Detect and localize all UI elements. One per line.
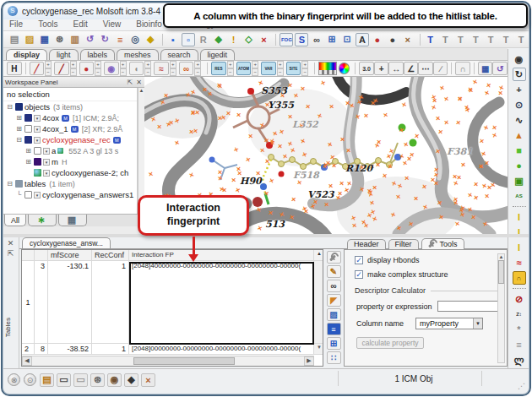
workspace-toggle-icon[interactable]: ▤: [40, 373, 54, 387]
interaction-fp-header[interactable]: Interaction FP: [129, 250, 314, 260]
pillar-icon[interactable]: T: [453, 33, 467, 46]
expand-icon[interactable]: ⊞: [24, 158, 32, 166]
wrench-icon[interactable]: [327, 251, 341, 264]
display-hbonds-row[interactable]: ✓ display Hbonds: [355, 256, 507, 264]
tree-item-tables[interactable]: ⊟tables(1 item): [3, 178, 137, 189]
grab-icon[interactable]: ლ: [513, 353, 526, 367]
checkbox-checked-icon[interactable]: ✓: [355, 256, 363, 264]
scroll-left-icon[interactable]: ◀: [22, 356, 32, 366]
checkbox-checked-icon[interactable]: ✓: [355, 270, 363, 279]
shine-icon[interactable]: ●: [371, 33, 384, 46]
residue-label-icon[interactable]: RES: [211, 62, 226, 75]
workspace-tab[interactable]: ▦: [58, 215, 87, 226]
hydrogens-icon[interactable]: H: [7, 62, 22, 75]
spray-icon[interactable]: ×: [141, 373, 155, 387]
calculate-property-button[interactable]: calculate property: [356, 337, 424, 349]
link-graph-icon[interactable]: ◇: [242, 33, 256, 46]
hbond-icon[interactable]: ⋯: [418, 62, 433, 75]
cpk-icon[interactable]: ●: [79, 62, 95, 75]
pillar-blue-icon[interactable]: T: [424, 33, 437, 46]
chevron-down-icon[interactable]: ▾: [43, 159, 50, 166]
light-icon[interactable]: ▲: [513, 128, 526, 142]
table-tab-icon[interactable]: ▦: [65, 214, 79, 227]
tree-item-a[interactable]: ⊞▾a552 A 3 gl 13 s: [3, 145, 137, 156]
atom-label-icon[interactable]: ATOM: [236, 62, 252, 75]
binoculars-icon[interactable]: ∞: [310, 33, 323, 46]
plot-icon[interactable]: ∷: [327, 351, 341, 364]
tab-filter[interactable]: Filter: [388, 239, 419, 249]
molecule-tab-icon[interactable]: ∗: [35, 214, 48, 227]
connect-graph-icon[interactable]: ◆: [212, 33, 225, 46]
tree-item-cycloxygenase-rec[interactable]: ⊟▾cycloxygenase_recM: [3, 134, 137, 145]
size-spinner[interactable]: +−: [120, 61, 127, 76]
pillar-icon[interactable]: T: [514, 33, 528, 46]
size-spinner[interactable]: +−: [170, 61, 176, 76]
zoom-icon[interactable]: ⊙: [513, 98, 526, 111]
workspace-tab[interactable]: ∗: [28, 215, 57, 226]
ball-size-spinner[interactable]: 3.0: [359, 62, 374, 75]
close-table-icon[interactable]: ✕: [3, 239, 19, 247]
image-icon[interactable]: ▨: [327, 308, 341, 321]
undo-icon[interactable]: ↺: [84, 33, 97, 46]
collapse-icon[interactable]: ⊟: [6, 180, 14, 188]
wireframe-icon[interactable]: ╱: [30, 62, 45, 75]
color-palette-icon[interactable]: [318, 62, 336, 75]
make-complex-row[interactable]: ✓ make complex structure: [355, 270, 507, 279]
window-icon[interactable]: ⊡: [340, 33, 354, 46]
table-scroll-down-icon[interactable]: ▼: [314, 344, 323, 354]
pillar-icon[interactable]: T: [499, 33, 513, 46]
delete-selection-icon[interactable]: ×: [258, 33, 271, 46]
chevron-down-icon[interactable]: ▾: [34, 137, 41, 144]
tree-item-cycloxygenase-answers1[interactable]: └▾cycloxygenase_answers1: [3, 189, 137, 200]
collapse-icon[interactable]: └: [15, 191, 23, 198]
menu-file[interactable]: File: [9, 19, 23, 30]
tree-item-4cox[interactable]: ⊞▾4coxM[1] ICM; 2.9Å;: [3, 112, 137, 123]
pillar-icon[interactable]: T: [439, 33, 453, 46]
ribbon-tab-meshes[interactable]: meshes: [117, 49, 159, 60]
tab-tools[interactable]: Tools: [421, 238, 464, 249]
ribbon-tab-display[interactable]: display: [6, 49, 47, 60]
redo-icon[interactable]: ↻: [98, 33, 111, 46]
size-spinner[interactable]: +−: [252, 61, 258, 76]
color-wheel-icon[interactable]: [339, 63, 350, 74]
menu-tools[interactable]: Tools: [38, 19, 57, 30]
selection-clear-icon[interactable]: ▣: [513, 174, 526, 188]
table-scroll-up-icon[interactable]: ▲: [314, 250, 323, 260]
expand-icon[interactable]: ⊞: [15, 114, 23, 122]
fullscreen-icon[interactable]: ▭: [57, 373, 71, 387]
chevron-down-icon[interactable]: ▾: [34, 192, 41, 198]
scroll-right-icon[interactable]: ▶: [304, 356, 314, 366]
ribbon-icon[interactable]: ≈: [154, 62, 169, 75]
antialias-icon[interactable]: A: [356, 33, 369, 46]
close-panel-icon[interactable]: ✕: [136, 79, 142, 86]
open-folder-icon[interactable]: ▨: [23, 33, 36, 46]
workspace-tab-all[interactable]: All: [4, 215, 26, 226]
tree-item-objects[interactable]: ⊟objects(3 items): [3, 101, 137, 112]
ball-mesh-icon[interactable]: ◉: [104, 62, 119, 75]
scroll-thumb[interactable]: [133, 357, 235, 365]
undisplay-icon[interactable]: ⊘: [513, 292, 526, 306]
table-row[interactable]: 1 3 -130.1 1 [2048]40000000-00000000-000…: [22, 261, 323, 344]
stereo-icon[interactable]: S: [295, 33, 308, 46]
car-icon[interactable]: ◆: [124, 373, 138, 387]
list-icon[interactable]: ≡: [327, 323, 341, 335]
tree-item-4cox-1[interactable]: ⊞▾4cox_1M[2] XR; 2.9Å: [3, 123, 137, 134]
menu-bioinfo[interactable]: Bioinfo: [136, 19, 162, 30]
tables-side-tab[interactable]: Tables: [4, 318, 12, 337]
gear-icon[interactable]: ⊛: [53, 33, 67, 46]
gear-icon[interactable]: ⊛: [90, 373, 105, 387]
select-atoms-icon[interactable]: ▪: [166, 33, 180, 46]
go-circle-icon[interactable]: ⊙: [24, 373, 36, 386]
table-row[interactable]: 2 8 -38.52 1 [2048]00000000-00000000-000…: [22, 344, 323, 355]
spectrum-icon[interactable]: ≈: [513, 256, 526, 269]
expand-icon[interactable]: ⊞: [24, 147, 32, 155]
cut-icon[interactable]: ×: [401, 33, 415, 46]
ribbon-tab-labels[interactable]: labels: [80, 49, 116, 60]
size-spinner[interactable]: +−: [45, 61, 52, 76]
minimize-icon[interactable]: ≡: [513, 338, 526, 351]
resize-grip[interactable]: ⋰: [518, 382, 525, 390]
expand-icon[interactable]: ⊞: [15, 125, 23, 133]
contacts-icon[interactable]: ∩: [455, 62, 470, 75]
save-icon[interactable]: ▦: [38, 33, 52, 46]
surface-icon[interactable]: ◖: [129, 62, 144, 75]
